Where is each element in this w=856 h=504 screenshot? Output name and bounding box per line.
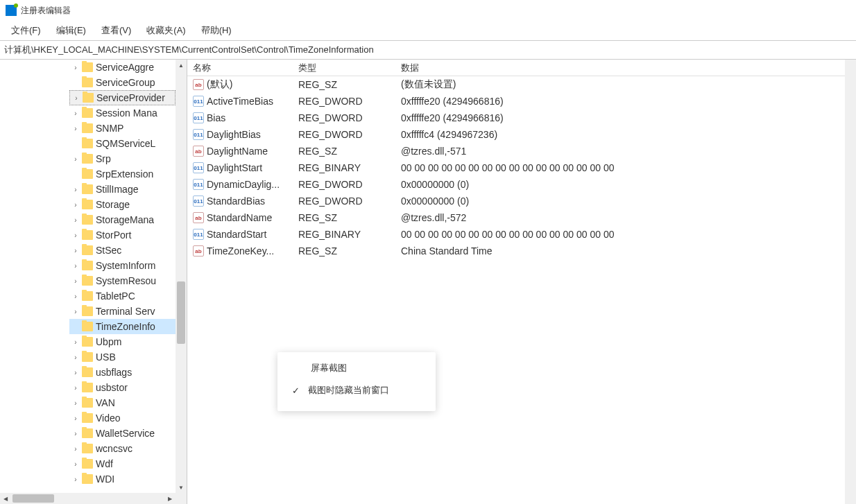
column-header-type[interactable]: 类型 [293, 60, 395, 76]
tree-item[interactable]: ›StSec [69, 243, 176, 258]
scroll-right-icon[interactable]: ▶ [164, 493, 176, 504]
scroll-thumb[interactable] [12, 494, 54, 503]
cell-data: (数值未设置) [395, 78, 856, 91]
menu-view[interactable]: 查看(V) [94, 21, 138, 40]
expand-icon[interactable]: › [71, 62, 80, 72]
tree-item[interactable]: ›SystemResou [69, 273, 176, 288]
expand-icon[interactable]: › [71, 276, 80, 286]
value-name: (默认) [207, 78, 232, 91]
expand-icon[interactable]: › [71, 291, 80, 301]
menu-file[interactable]: 文件(F) [4, 21, 48, 40]
scroll-thumb[interactable] [177, 281, 185, 344]
tree-item[interactable]: ›Ubpm [69, 334, 176, 349]
expand-icon[interactable]: › [71, 306, 80, 316]
tree-item[interactable]: TimeZoneInfo [69, 319, 176, 334]
tree-item[interactable]: ›Storage [69, 197, 176, 212]
tree-item[interactable]: ›WalletService [69, 426, 176, 441]
tree-item[interactable]: ›TabletPC [69, 288, 176, 304]
expand-icon[interactable]: › [71, 413, 80, 423]
tree-item[interactable]: ›SystemInform [69, 258, 176, 273]
tree-item[interactable]: ›VAN [69, 395, 176, 410]
menu-favorites[interactable]: 收藏夹(A) [139, 21, 192, 40]
tree-hscrollbar[interactable]: ◀ ▶ [0, 493, 176, 504]
tree-item[interactable]: SrpExtension [69, 166, 176, 182]
tree-item[interactable]: ›usbflags [69, 365, 176, 380]
expand-icon[interactable]: › [71, 215, 80, 225]
expand-icon[interactable]: › [71, 459, 80, 469]
menu-edit[interactable]: 编辑(E) [49, 21, 93, 40]
expand-icon[interactable]: › [71, 184, 80, 194]
expand-icon[interactable]: › [71, 200, 80, 209]
list-row[interactable]: 011StandardBiasREG_DWORD0x00000000 (0) [187, 193, 856, 209]
list-row[interactable]: 011DaylightBiasREG_DWORD0xfffffc4 (42949… [187, 126, 856, 143]
cell-type: REG_DWORD [293, 96, 395, 107]
tree-item[interactable]: ›StorPort [69, 227, 176, 243]
expand-icon[interactable]: › [71, 93, 81, 103]
tree-item-label: TimeZoneInfo [96, 321, 155, 332]
scroll-down-icon[interactable]: ▼ [176, 482, 187, 493]
cell-type: REG_BINARY [293, 229, 395, 240]
folder-icon [82, 123, 93, 133]
list-vscrollbar[interactable] [845, 60, 856, 504]
popup-option-hide-window[interactable]: ✓ 截图时隐藏当前窗口 [290, 384, 423, 397]
tree-item[interactable]: ›StorageMana [69, 212, 176, 227]
tree-item[interactable]: ›Session Mana [69, 105, 176, 121]
tree-item[interactable]: ›Srp [69, 151, 176, 166]
column-header-data[interactable]: 数据 [395, 60, 856, 76]
list-row[interactable]: 011DaylightStartREG_BINARY00 00 00 00 00… [187, 159, 856, 176]
tree-item[interactable]: ›ServiceProvider [69, 90, 176, 105]
expand-icon[interactable]: › [71, 367, 80, 377]
list-row[interactable]: abStandardNameREG_SZ@tzres.dll,-572 [187, 209, 856, 226]
cell-name: abDaylightName [187, 146, 293, 157]
scroll-left-icon[interactable]: ◀ [0, 493, 11, 504]
column-header-name[interactable]: 名称 [187, 60, 293, 76]
tree-item[interactable]: ›StillImage [69, 182, 176, 197]
tree-item[interactable]: ›USB [69, 349, 176, 365]
expand-icon[interactable]: › [71, 352, 80, 362]
tree-item[interactable]: ServiceGroup [69, 75, 176, 90]
tree-item[interactable]: ›SNMP [69, 121, 176, 136]
expand-icon[interactable]: › [71, 154, 80, 164]
list-row[interactable]: 011StandardStartREG_BINARY00 00 00 00 00… [187, 226, 856, 243]
folder-icon [82, 169, 93, 179]
expand-icon[interactable]: › [71, 245, 80, 255]
list-row[interactable]: abDaylightNameREG_SZ@tzres.dll,-571 [187, 143, 856, 159]
expand-icon[interactable]: › [71, 428, 80, 438]
expand-icon[interactable]: › [71, 474, 80, 484]
tree-item[interactable]: SQMServiceL [69, 136, 176, 151]
value-name: Bias [207, 112, 225, 123]
folder-icon [82, 459, 93, 469]
tree-item-label: Srp [96, 153, 111, 164]
list-row[interactable]: 011DynamicDaylig...REG_DWORD0x00000000 (… [187, 176, 856, 193]
tree-item-label: Terminal Serv [96, 306, 155, 317]
expand-icon[interactable]: › [71, 383, 80, 392]
tree-item[interactable]: ›wcncsvc [69, 441, 176, 456]
check-icon: ✓ [290, 385, 301, 396]
tree-item[interactable]: ›Video [69, 410, 176, 426]
expand-icon[interactable]: › [71, 261, 80, 270]
list-row[interactable]: ab(默认)REG_SZ(数值未设置) [187, 76, 856, 93]
scroll-up-icon[interactable]: ▲ [176, 60, 187, 71]
folder-icon [82, 261, 93, 270]
tree-vscrollbar[interactable]: ▲ ▼ [176, 60, 187, 493]
expand-icon[interactable]: › [71, 444, 80, 453]
cell-name: abTimeZoneKey... [187, 245, 293, 257]
expand-icon[interactable]: › [71, 108, 80, 118]
list-row[interactable]: abTimeZoneKey...REG_SZChina Standard Tim… [187, 243, 856, 259]
list-row[interactable]: 011BiasREG_DWORD0xfffffe20 (4294966816) [187, 110, 856, 126]
expand-icon[interactable]: › [71, 398, 80, 408]
tree-item[interactable]: ›Terminal Serv [69, 304, 176, 319]
tree-item[interactable]: ›Wdf [69, 456, 176, 471]
list-row[interactable]: 011ActiveTimeBiasREG_DWORD0xfffffe20 (42… [187, 93, 856, 110]
cell-type: REG_DWORD [293, 179, 395, 190]
expand-icon[interactable]: › [71, 123, 80, 133]
tree-item[interactable]: ›WDI [69, 471, 176, 487]
expand-icon[interactable]: › [71, 230, 80, 240]
value-name: DaylightStart [207, 162, 262, 173]
tree-item[interactable]: ›ServiceAggre [69, 60, 176, 75]
tree-item[interactable]: ›usbstor [69, 380, 176, 395]
folder-icon [82, 78, 93, 87]
expand-icon[interactable]: › [71, 337, 80, 347]
menu-help[interactable]: 帮助(H) [194, 21, 239, 40]
addressbar[interactable]: 计算机\HKEY_LOCAL_MACHINE\SYSTEM\CurrentCon… [0, 40, 856, 60]
